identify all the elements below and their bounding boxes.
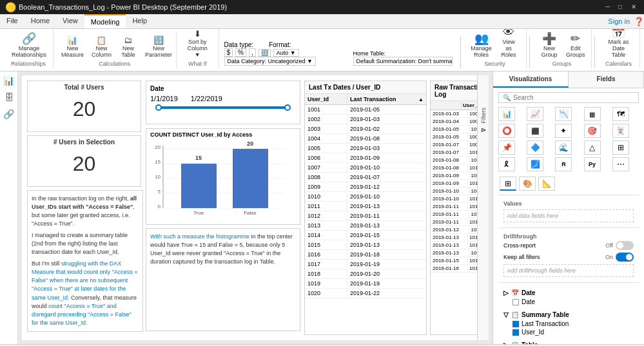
dollar-btn[interactable]: $: [224, 48, 233, 57]
fields-pane-btn[interactable]: ⊞: [500, 177, 516, 191]
new-parameter-button[interactable]: 🔢 NewParameter: [142, 34, 175, 59]
viz-table[interactable]: ▦: [584, 107, 601, 121]
field-group-summary-header[interactable]: ▽ 📋 Summary Table: [503, 310, 634, 320]
slider-track[interactable]: [155, 106, 291, 109]
minimize-button[interactable]: ─: [605, 3, 613, 11]
viz-matrix[interactable]: ⊞: [612, 140, 629, 155]
tab-view[interactable]: View: [56, 14, 84, 28]
slider-left-thumb[interactable]: [155, 104, 162, 111]
home-table-label: Home Table:: [353, 50, 385, 57]
total-users-visual[interactable]: Total # Users 20: [27, 81, 141, 132]
data-category-label[interactable]: Data Category: Uncategorized ▼: [224, 57, 316, 66]
nav-model-icon[interactable]: 🔗: [3, 109, 14, 119]
title-bar-controls[interactable]: ─ □ ✕: [605, 3, 639, 11]
date-slicer[interactable]: Date 1/1/2019 1/22/2019: [146, 81, 300, 124]
filter-icon[interactable]: ⊳: [481, 126, 486, 133]
auto-btn[interactable]: Auto ▼: [273, 49, 299, 57]
tab-help[interactable]: Help: [126, 14, 153, 28]
viz-kpi[interactable]: 📌: [498, 140, 515, 155]
sort-column-button[interactable]: ⬇ Sort byColumn ▼: [182, 29, 213, 59]
field-group-date-header[interactable]: ▷ 📅 Date: [503, 288, 634, 298]
viz-more[interactable]: ⋯: [612, 157, 629, 171]
new-table-button[interactable]: 🗂 NewTable: [117, 34, 140, 59]
tab-fields[interactable]: Fields: [569, 72, 644, 88]
keep-filters-toggle[interactable]: [616, 253, 634, 262]
maximize-button[interactable]: □: [618, 3, 626, 11]
roles-icon: 👥: [474, 32, 489, 45]
new-group-button[interactable]: ➕ NewGroup: [538, 31, 561, 59]
panel-divider2: [498, 227, 639, 228]
search-input[interactable]: [513, 94, 634, 101]
tab-home[interactable]: Home: [24, 14, 56, 28]
bar-true[interactable]: [181, 164, 217, 208]
manage-roles-button[interactable]: 👥 ManageRoles: [469, 31, 494, 59]
field-last-tx[interactable]: Last Transaction: [503, 320, 634, 328]
mark-date-table-button[interactable]: 📅 Mark asDate Table: [603, 29, 634, 59]
text-highlight1: struggling with the DAX Measure that wou…: [32, 260, 138, 300]
viz-area[interactable]: 📉: [555, 107, 572, 121]
sign-in-label[interactable]: Sign in: [608, 17, 630, 25]
percent-btn[interactable]: %: [235, 48, 246, 57]
analytics-pane-btn[interactable]: 📐: [538, 177, 555, 191]
tab-visualizations[interactable]: Visualizations: [493, 72, 569, 88]
column-icon: 📋: [96, 35, 106, 45]
main-area: 📊 🗄 🔗 Total # Users 20 # Users in Select…: [0, 72, 644, 344]
field-date-date[interactable]: Date: [503, 298, 634, 306]
histogram-visual[interactable]: COUNT DISTINCT User_Id by Access 0 5 10 …: [146, 128, 300, 225]
viz-r-script[interactable]: R: [555, 157, 572, 171]
manage-relationships-button[interactable]: 🔗 ManageRelationships: [9, 31, 49, 59]
sign-in-area[interactable]: Sign in ❓: [608, 14, 644, 28]
date-range-display: 1/1/2019 1/22/2019: [150, 95, 296, 102]
format-pane-btn[interactable]: 🎨: [519, 177, 536, 191]
viz-funnel[interactable]: △: [584, 140, 601, 155]
tab-file[interactable]: File: [0, 14, 24, 28]
with-note-text: With such a measure the histogramme in t…: [150, 233, 296, 266]
values-section: Values Add data fields here: [498, 198, 639, 225]
slider-right-thumb[interactable]: [284, 104, 291, 111]
users-selection-visual[interactable]: # Users in Selection 20: [27, 135, 141, 187]
panel-divider3: [498, 282, 639, 283]
keep-filters-knob: [626, 254, 632, 260]
home-table-row: Home Table:: [353, 50, 453, 57]
ribbon-group-calendars: 📅 Mark asDate Table Calendars: [598, 29, 640, 68]
viz-waterfall[interactable]: 🌊: [555, 140, 572, 155]
sort-icon: ⬇: [194, 29, 201, 39]
viz-stacked-bar[interactable]: 📊: [498, 107, 515, 121]
field-group-table-header[interactable]: ▷ 📋 Table: [503, 340, 634, 344]
close-button[interactable]: ✕: [631, 3, 639, 11]
new-measure-label: NewMeasure: [61, 45, 84, 58]
cross-report-label: Cross-report: [503, 242, 536, 249]
viz-card[interactable]: 🃏: [612, 124, 629, 138]
incr-decimal-btn[interactable]: 🔢: [259, 49, 271, 57]
bar-false[interactable]: [233, 149, 268, 208]
viz-slicer[interactable]: 🔷: [527, 140, 543, 155]
viz-filled-map[interactable]: 🗾: [527, 157, 543, 171]
viz-python[interactable]: Py: [584, 157, 601, 171]
edit-groups-button[interactable]: ✏ EditGroups: [563, 31, 588, 59]
tab-modeling[interactable]: Modeling: [84, 14, 126, 28]
viz-map[interactable]: 🗺: [612, 107, 629, 121]
add-drillthrough-placeholder[interactable]: Add drillthrough fields here: [503, 264, 634, 277]
viz-ribbon[interactable]: 🎗: [498, 157, 515, 171]
viz-scatter[interactable]: ✦: [555, 124, 572, 138]
nav-report-icon[interactable]: 📊: [3, 75, 14, 86]
table-row: 10052019-01-03: [305, 144, 426, 153]
view-as-roles-button[interactable]: 👁 View asRoles: [496, 29, 521, 59]
ribbon-group-groups: ➕ NewGroup ✏ EditGroups Groups: [532, 30, 592, 68]
new-column-button[interactable]: 📋 NewColumn: [89, 34, 114, 59]
new-measure-button[interactable]: 📊 NewMeasure: [59, 34, 86, 59]
field-userid-summary[interactable]: User_Id: [503, 328, 634, 336]
summarization-label[interactable]: Default Summarization: Don't summarize ▼: [353, 57, 453, 66]
help-icon[interactable]: ❓: [634, 17, 644, 26]
comma-btn[interactable]: ,: [249, 48, 256, 57]
nav-data-icon[interactable]: 🗄: [5, 92, 14, 102]
cross-report-toggle[interactable]: [616, 241, 634, 250]
col-last-tx: Last Transaction ▲: [347, 94, 426, 104]
viz-line[interactable]: 📈: [527, 107, 543, 121]
viz-gauge[interactable]: 🎯: [584, 124, 601, 138]
ribbon-sep1: [460, 36, 461, 68]
table-row: 10012019-01-05: [305, 105, 426, 115]
viz-treemap[interactable]: ⬛: [527, 124, 543, 138]
viz-donut[interactable]: ⭕: [498, 124, 515, 138]
values-placeholder[interactable]: Add data fields here: [503, 209, 634, 222]
